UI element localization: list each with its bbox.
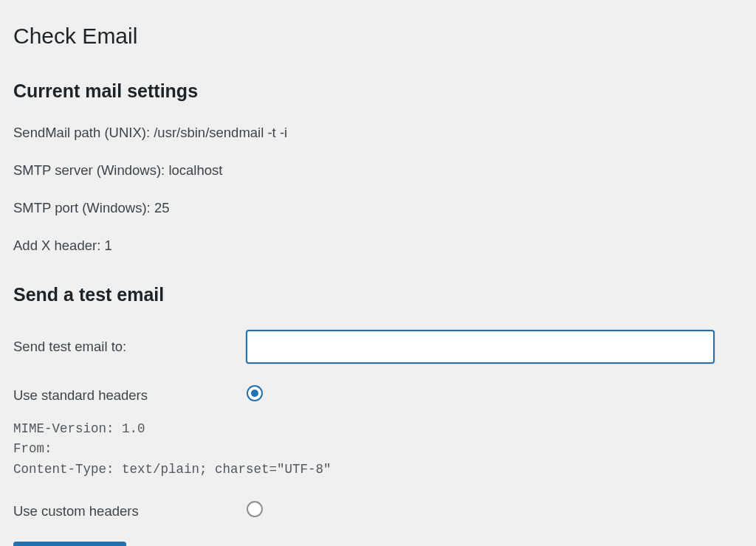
- current-mail-settings-list: SendMail path (UNIX): /usr/sbin/sendmail…: [13, 123, 743, 255]
- smtp-port-row: SMTP port (Windows): 25: [13, 198, 743, 218]
- sendmail-path-row: SendMail path (UNIX): /usr/sbin/sendmail…: [13, 123, 743, 142]
- send-test-email-button[interactable]: Send test email: [13, 542, 126, 546]
- send-to-input[interactable]: [246, 330, 715, 364]
- use-standard-headers-label: Use standard headers: [13, 386, 246, 405]
- smtp-port-label: SMTP port (Windows):: [13, 200, 154, 215]
- use-standard-headers-radio[interactable]: [247, 385, 263, 401]
- current-mail-settings-heading: Current mail settings: [13, 78, 743, 104]
- smtp-port-value: 25: [154, 200, 170, 215]
- sendmail-path-value: /usr/sbin/sendmail -t -i: [154, 125, 287, 140]
- sendmail-path-label: SendMail path (UNIX):: [13, 125, 154, 140]
- smtp-server-value: localhost: [168, 162, 222, 178]
- add-x-header-row: Add X header: 1: [13, 236, 743, 255]
- use-custom-headers-radio[interactable]: [247, 501, 263, 517]
- smtp-server-label: SMTP server (Windows):: [13, 162, 168, 178]
- page-title: Check Email: [13, 21, 743, 52]
- add-x-header-label: Add X header:: [13, 238, 104, 253]
- send-to-row: Send test email to:: [13, 330, 743, 364]
- use-standard-headers-row: Use standard headers: [13, 384, 743, 407]
- send-test-email-heading: Send a test email: [13, 282, 743, 308]
- send-to-label: Send test email to:: [13, 337, 246, 356]
- use-custom-headers-label: Use custom headers: [13, 502, 246, 521]
- add-x-header-value: 1: [104, 238, 111, 253]
- use-custom-headers-row: Use custom headers: [13, 500, 743, 522]
- standard-headers-preview: MIME-Version: 1.0 From: Content-Type: te…: [13, 419, 743, 479]
- smtp-server-row: SMTP server (Windows): localhost: [13, 161, 743, 180]
